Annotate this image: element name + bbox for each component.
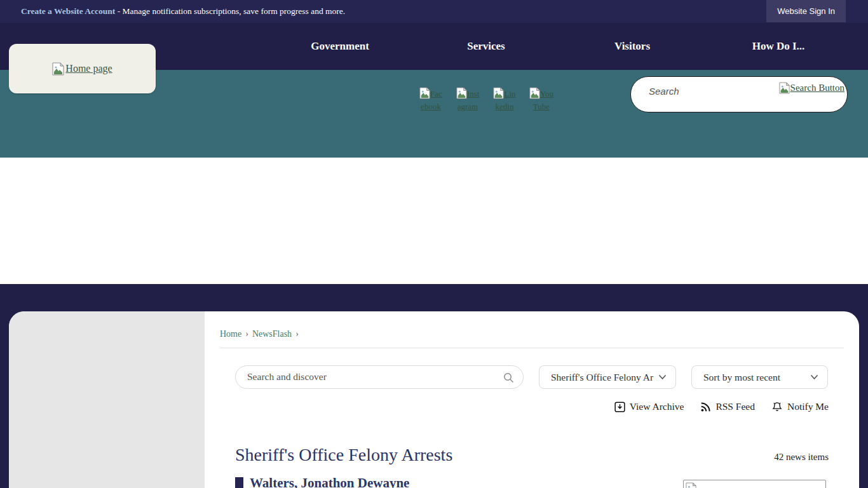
news-search-input[interactable] (247, 371, 489, 383)
home-page-link[interactable]: Home page (52, 62, 112, 76)
nav-item-how-do-i[interactable]: How Do I... (705, 23, 851, 70)
content-spacer (0, 158, 868, 284)
notify-me-label: Notify Me (787, 401, 829, 412)
youtube-link[interactable]: YouTube (529, 87, 554, 113)
linkedin-link[interactable]: Linkedin (492, 87, 517, 113)
sort-dropdown[interactable]: Sort by most recent (691, 365, 828, 389)
page-title: Sheriff's Office Felony Arrests (235, 445, 452, 465)
view-archive-label: View Archive (630, 401, 684, 412)
site-search-input[interactable] (649, 86, 770, 97)
rss-icon (700, 402, 711, 412)
filter-row: Sheriff's Office Felony Ar Sort by most … (235, 365, 829, 389)
social-links: Facebook Instagram Linkedin (418, 87, 554, 113)
home-logo-box[interactable]: Home page (9, 44, 156, 93)
home-page-link-label: Home page (65, 63, 112, 74)
broken-image-icon (419, 87, 430, 99)
news-item-bullet (235, 477, 243, 488)
top-utility-bar: Create a Website Account - Manage notifi… (0, 0, 868, 23)
website-sign-in-button[interactable]: Website Sign In (766, 0, 846, 22)
broken-image-icon (529, 87, 540, 99)
main-content: Home›NewsFlash› Sheriff's Office Felony … (205, 311, 859, 488)
breadcrumb: Home›NewsFlash› (220, 329, 844, 339)
breadcrumb-divider (220, 348, 844, 348)
broken-image-icon (779, 82, 790, 94)
search-icon[interactable] (503, 372, 515, 384)
news-search-box (235, 365, 524, 389)
account-promo-text: Create a Website Account - Manage notifi… (21, 6, 345, 17)
breadcrumb-home-link[interactable]: Home (220, 329, 241, 339)
left-sidebar-panel (9, 311, 205, 488)
rss-feed-label: RSS Feed (715, 401, 755, 412)
nav-item-services[interactable]: Services (413, 23, 559, 70)
site-search-button-label: Search Button (790, 83, 844, 93)
news-item-title-link[interactable]: Walters, Jonathon Dewayne (250, 475, 409, 488)
instagram-link[interactable]: Instagram (455, 87, 480, 113)
breadcrumb-separator: › (245, 329, 248, 339)
main-nav-bar: Home page Government Services Visitors H… (0, 23, 868, 70)
archive-icon (614, 402, 625, 412)
broken-image-icon (493, 87, 504, 99)
breadcrumb-newsflash-link[interactable]: NewsFlash (252, 329, 292, 339)
broken-image-icon (52, 62, 64, 76)
chevron-down-icon (658, 374, 667, 380)
category-dropdown-value: Sheriff's Office Felony Ar (551, 372, 653, 383)
account-promo-desc: - Manage notification subscriptions, sav… (115, 6, 345, 16)
view-archive-link[interactable]: View Archive (614, 401, 684, 412)
heading-row: Sheriff's Office Felony Arrests 42 news … (235, 445, 829, 465)
notify-me-link[interactable]: Notify Me (771, 401, 829, 412)
site-search-button[interactable]: Search Button (779, 82, 844, 94)
sort-dropdown-value: Sort by most recent (703, 372, 780, 383)
rss-feed-link[interactable]: RSS Feed (700, 401, 755, 412)
content-card: Home›NewsFlash› Sheriff's Office Felony … (9, 311, 859, 488)
chevron-down-icon (810, 374, 818, 380)
nav-item-visitors[interactable]: Visitors (559, 23, 705, 70)
nav-item-government[interactable]: Government (267, 23, 413, 70)
facebook-link[interactable]: Facebook (418, 87, 444, 113)
category-dropdown[interactable]: Sheriff's Office Felony Ar (539, 365, 676, 389)
broken-image-icon (456, 87, 467, 99)
create-account-link[interactable]: Create a Website Account (21, 6, 115, 16)
site-search-box: Search Button (630, 76, 848, 112)
news-count: 42 news items (774, 452, 829, 465)
bell-icon (771, 401, 783, 412)
action-row: View Archive RSS Feed (235, 401, 829, 412)
primary-nav: Government Services Visitors How Do I... (267, 23, 851, 70)
page-body: Home›NewsFlash› Sheriff's Office Felony … (0, 284, 868, 488)
newsflash-module: Sheriff's Office Felony Ar Sort by most … (235, 365, 829, 488)
broken-image-icon (686, 482, 696, 488)
news-item-thumbnail[interactable] (683, 480, 826, 488)
breadcrumb-separator: › (295, 329, 299, 339)
